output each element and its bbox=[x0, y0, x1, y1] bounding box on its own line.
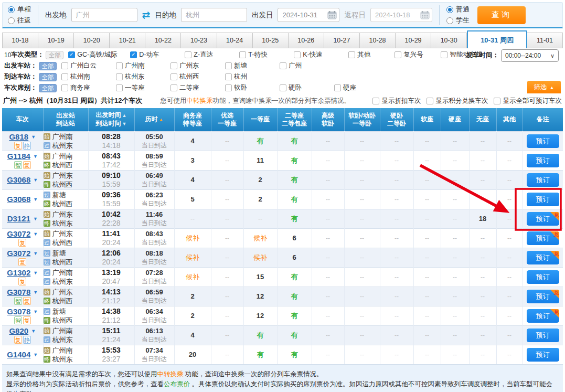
seat-cell-business[interactable]: 候补 bbox=[174, 228, 211, 248]
train-code-link[interactable]: G1184 bbox=[7, 152, 30, 161]
filter-option[interactable]: 软卧 bbox=[225, 83, 280, 92]
expand-caret-icon[interactable]: ▼ bbox=[33, 290, 38, 295]
round-trip-radio[interactable]: 往返 bbox=[8, 16, 31, 25]
col-header-times[interactable]: 出发时间▲到达时间▼ bbox=[88, 108, 134, 131]
date-tab-10-29[interactable]: 10-29 bbox=[396, 33, 431, 48]
date-tab-10-31[interactable]: 10-31 周四 bbox=[467, 30, 527, 48]
display-toggle[interactable]: 显示折扣车次 bbox=[372, 97, 421, 105]
search-button[interactable]: 查询 bbox=[477, 6, 526, 24]
filter-option[interactable]: Z-直达 bbox=[185, 50, 239, 59]
train-code-link[interactable]: G818 bbox=[9, 132, 28, 141]
sort-asc-icon[interactable]: ▲ bbox=[159, 117, 164, 122]
filter-option[interactable]: 二等座 bbox=[170, 83, 225, 92]
train-code-link[interactable]: G3078 bbox=[7, 288, 30, 296]
book-button[interactable]: 预订 bbox=[527, 173, 559, 187]
checkbox[interactable] bbox=[61, 84, 68, 91]
filter-option[interactable]: 杭州西 bbox=[170, 72, 225, 81]
checkbox[interactable] bbox=[116, 62, 123, 69]
train-code-link[interactable]: G1404 bbox=[7, 350, 30, 359]
checkbox[interactable] bbox=[334, 84, 341, 91]
book-button[interactable]: 预订 bbox=[527, 231, 559, 245]
date-tab-10-25[interactable]: 10-25 bbox=[253, 33, 289, 48]
one-way-radio[interactable]: 单程 bbox=[8, 5, 31, 14]
checkbox[interactable] bbox=[116, 73, 123, 80]
checkbox[interactable] bbox=[61, 62, 68, 69]
checkbox[interactable] bbox=[225, 73, 232, 80]
train-code-link[interactable]: D3121 bbox=[7, 214, 30, 223]
expand-caret-icon[interactable]: ▼ bbox=[33, 197, 38, 202]
train-code-link[interactable]: G3072 bbox=[7, 249, 30, 258]
checkbox[interactable] bbox=[185, 51, 191, 58]
checkbox[interactable] bbox=[280, 62, 286, 69]
expand-caret-icon[interactable]: ▼ bbox=[31, 134, 36, 140]
date-tab-11-01[interactable]: 11-01 bbox=[527, 33, 563, 48]
expand-caret-icon[interactable]: ▼ bbox=[31, 329, 36, 334]
filter-option[interactable]: 其他 bbox=[348, 50, 395, 59]
checkbox[interactable] bbox=[348, 51, 355, 58]
expand-caret-icon[interactable]: ▼ bbox=[33, 177, 38, 183]
filter-all-badge[interactable]: 全部 bbox=[39, 62, 57, 70]
date-tab-10-21[interactable]: 10-21 bbox=[110, 33, 145, 48]
filter-option[interactable]: 硬座 bbox=[334, 83, 389, 92]
date-tab-10-24[interactable]: 10-24 bbox=[217, 33, 253, 48]
train-code-link[interactable]: G3068 bbox=[7, 175, 30, 184]
filter-option[interactable]: D-动车 bbox=[130, 50, 185, 59]
book-button[interactable]: 预订 bbox=[527, 154, 559, 167]
filter-option[interactable]: 新塘 bbox=[225, 61, 280, 70]
expand-caret-icon[interactable]: ▼ bbox=[33, 231, 38, 237]
filter-all-badge[interactable]: 全部 bbox=[39, 73, 57, 81]
book-button[interactable]: 预订 bbox=[527, 193, 559, 206]
checkbox[interactable] bbox=[280, 84, 286, 91]
filter-option[interactable]: K-快速 bbox=[294, 50, 348, 59]
checkbox[interactable] bbox=[494, 98, 500, 104]
filter-option[interactable]: 广州白云 bbox=[61, 61, 116, 70]
transfer-link[interactable]: 中转换乘 bbox=[157, 370, 184, 378]
checkbox[interactable] bbox=[294, 51, 301, 58]
filter-all-badge[interactable]: 全部 bbox=[46, 51, 63, 59]
filter-option[interactable]: 硬卧 bbox=[280, 83, 334, 92]
checkbox[interactable] bbox=[170, 84, 177, 91]
filter-option[interactable]: 杭州 bbox=[225, 72, 280, 81]
date-tab-10-28[interactable]: 10-28 bbox=[360, 33, 396, 48]
filter-option[interactable]: 杭州东 bbox=[116, 72, 170, 81]
student-passenger-radio[interactable]: 学生 bbox=[446, 16, 470, 25]
checkbox[interactable] bbox=[239, 51, 246, 58]
book-button[interactable]: 预订 bbox=[527, 134, 559, 148]
date-tab-10-26[interactable]: 10-26 bbox=[289, 33, 324, 48]
checkbox[interactable] bbox=[116, 84, 123, 91]
swap-stations-icon[interactable]: ⇄ bbox=[142, 10, 151, 20]
filter-option[interactable]: 商务座 bbox=[61, 83, 116, 92]
date-tab-10-23[interactable]: 10-23 bbox=[181, 33, 217, 48]
checkbox[interactable] bbox=[170, 73, 177, 80]
checkbox[interactable] bbox=[61, 73, 68, 80]
book-button[interactable]: 预订 bbox=[527, 348, 559, 362]
calendar-icon[interactable] bbox=[327, 10, 337, 19]
filter-option[interactable]: 一等座 bbox=[116, 83, 170, 92]
seat-cell-business[interactable]: 候补 bbox=[174, 248, 211, 267]
date-tab-10-19[interactable]: 10-19 bbox=[38, 33, 74, 48]
published-price-link[interactable]: 公布票价 bbox=[164, 380, 190, 388]
book-button[interactable]: 预订 bbox=[527, 212, 559, 226]
transfer-link[interactable]: 中转换乘 bbox=[186, 97, 212, 104]
book-button[interactable]: 预订 bbox=[527, 329, 559, 342]
date-tab-10-20[interactable]: 10-20 bbox=[74, 33, 110, 48]
checkbox[interactable] bbox=[395, 51, 401, 58]
filter-all-badge[interactable]: 全部 bbox=[39, 84, 57, 92]
expand-caret-icon[interactable]: ▼ bbox=[33, 270, 38, 276]
seat-cell-first[interactable]: 候补 bbox=[243, 228, 277, 248]
expand-caret-icon[interactable]: ▼ bbox=[33, 352, 38, 357]
from-input[interactable] bbox=[71, 8, 137, 22]
sort-desc-icon[interactable]: ▼ bbox=[122, 121, 127, 126]
filter-option[interactable]: 杭州南 bbox=[61, 72, 116, 81]
train-code-link[interactable]: G1302 bbox=[7, 268, 30, 277]
display-toggle[interactable]: 显示全部可预订车次 bbox=[494, 97, 562, 105]
depart-time-select[interactable]: 00:00--24:00 ∨ bbox=[501, 49, 559, 62]
expand-caret-icon[interactable]: ▼ bbox=[33, 154, 38, 159]
book-button[interactable]: 预订 bbox=[527, 290, 559, 303]
expand-caret-icon[interactable]: ▼ bbox=[33, 216, 38, 221]
col-header-duration[interactable]: 历时▲ bbox=[134, 108, 174, 131]
date-tab-10-30[interactable]: 10-30 bbox=[431, 33, 467, 48]
book-button[interactable]: 预订 bbox=[527, 251, 559, 264]
date-tab-10-22[interactable]: 10-22 bbox=[145, 33, 181, 48]
expand-caret-icon[interactable]: ▼ bbox=[33, 251, 38, 256]
